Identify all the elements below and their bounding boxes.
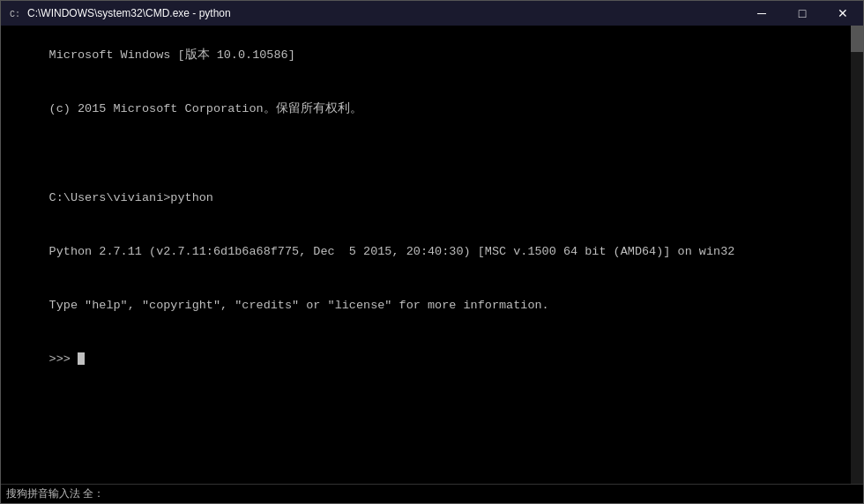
line-1: Microsoft Windows [版本 10.0.10586]	[49, 48, 295, 62]
maximize-button[interactable]: □	[782, 1, 823, 26]
close-button[interactable]: ✕	[823, 1, 863, 26]
status-bar: 搜狗拼音输入法 全：	[1, 484, 863, 503]
line-5: Python 2.7.11 (v2.7.11:6d1b6a68f775, Dec…	[49, 245, 735, 258]
cursor	[78, 352, 85, 365]
line-2: (c) 2015 Microsoft Corporation。保留所有权利。	[49, 102, 362, 115]
window-title: C:\WINDOWS\system32\CMD.exe - python	[27, 7, 231, 19]
line-7: >>>	[49, 352, 78, 366]
title-bar-left: C: C:\WINDOWS\system32\CMD.exe - python	[8, 6, 231, 20]
terminal-output: Microsoft Windows [版本 10.0.10586] (c) 20…	[6, 29, 858, 386]
title-bar: C: C:\WINDOWS\system32\CMD.exe - python …	[1, 1, 863, 26]
ime-status: 搜狗拼音输入法 全：	[6, 486, 104, 501]
line-4: C:\Users\viviani>python	[49, 191, 213, 204]
title-bar-controls: ─ □ ✕	[741, 1, 863, 26]
scrollbar-thumb[interactable]	[851, 26, 863, 52]
cmd-icon: C:	[8, 6, 22, 20]
minimize-button[interactable]: ─	[741, 1, 782, 26]
svg-text:C:: C:	[10, 10, 20, 19]
cmd-window: C: C:\WINDOWS\system32\CMD.exe - python …	[0, 0, 864, 504]
line-6: Type "help", "copyright", "credits" or "…	[49, 299, 549, 312]
scrollbar[interactable]	[851, 26, 863, 484]
terminal-body[interactable]: Microsoft Windows [版本 10.0.10586] (c) 20…	[1, 26, 863, 484]
